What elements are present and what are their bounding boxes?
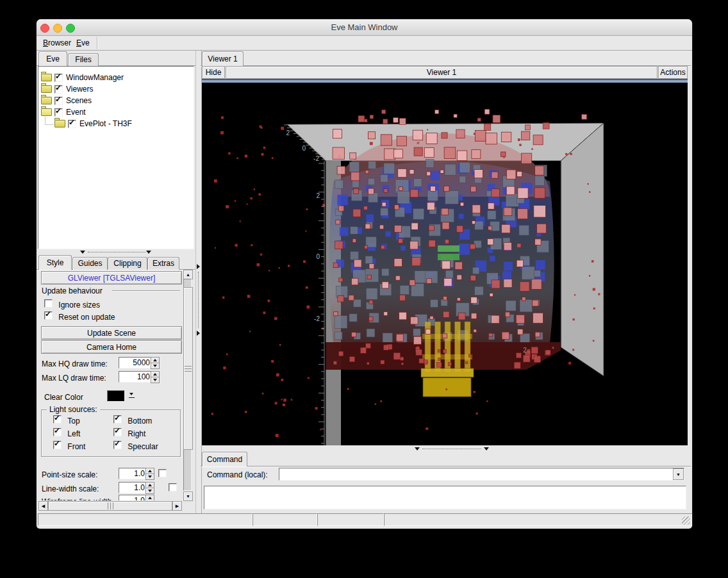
tree-item-event[interactable]: ✓ Event bbox=[38, 106, 194, 118]
line-width-label: Line-width scale: bbox=[42, 483, 99, 495]
tree-checkbox[interactable]: ✓ bbox=[54, 97, 63, 105]
left-horizontal-splitter[interactable] bbox=[38, 249, 195, 255]
status-segment bbox=[38, 513, 252, 526]
menu-eve[interactable]: Eve bbox=[72, 36, 94, 50]
group-line bbox=[112, 290, 180, 291]
light-right-checkbox[interactable]: ✓ bbox=[113, 428, 122, 436]
light-sources-group: Light sources: ✓ Top ✓ Bottom ✓ Left ✓ R… bbox=[41, 409, 181, 457]
tab-files[interactable]: Files bbox=[68, 53, 99, 66]
update-behaviour-title: Update behaviour bbox=[42, 285, 103, 297]
light-top-row: ✓ Top bbox=[53, 415, 80, 427]
svg-text:2: 2 bbox=[286, 129, 290, 136]
window-title: Eve Main Window bbox=[37, 19, 692, 35]
tab-clipping[interactable]: Clipping bbox=[108, 257, 147, 270]
point-size-label: Point-size scale: bbox=[42, 469, 97, 481]
max-hq-down-arrow[interactable] bbox=[151, 363, 160, 369]
clear-color-dropdown[interactable] bbox=[128, 390, 136, 402]
wireframe-up-arrow[interactable] bbox=[145, 495, 154, 500]
line-width-field[interactable]: 1.0 bbox=[119, 482, 147, 493]
max-lq-down-arrow[interactable] bbox=[151, 377, 160, 383]
line-width-checkbox[interactable]: ✓ bbox=[169, 483, 177, 491]
tab-eve[interactable]: Eve bbox=[38, 51, 67, 66]
status-segment bbox=[252, 513, 317, 526]
tree-item-scenes[interactable]: ✓ Scenes bbox=[38, 95, 194, 106]
point-size-down-arrow[interactable] bbox=[145, 474, 154, 480]
command-dropdown-arrow[interactable]: ▼ bbox=[673, 468, 684, 480]
tab-guides[interactable]: Guides bbox=[72, 257, 108, 270]
dropdown-arrow-icon bbox=[129, 393, 133, 395]
eve-main-window: Eve Main Window Browser Eve Eve Files ✓ … bbox=[37, 19, 692, 529]
folder-icon bbox=[41, 85, 52, 93]
tab-style[interactable]: Style bbox=[38, 255, 72, 270]
light-top-checkbox[interactable]: ✓ bbox=[53, 415, 62, 424]
tab-command[interactable]: Command bbox=[202, 452, 247, 467]
point-size-field[interactable]: 1.0 bbox=[119, 468, 147, 479]
reset-on-update-checkbox[interactable]: ✓ bbox=[44, 311, 53, 320]
splitter-dots bbox=[88, 252, 145, 252]
update-scene-button[interactable]: Update Scene bbox=[41, 326, 182, 340]
scroll-up-arrow[interactable]: ▲ bbox=[183, 270, 193, 279]
wireframe-field[interactable]: 1.0 bbox=[119, 495, 147, 500]
scroll-left-arrow[interactable]: ◀ bbox=[38, 501, 48, 511]
tree-item-viewers[interactable]: ✓ Viewers bbox=[38, 83, 194, 95]
svg-text:-2: -2 bbox=[314, 315, 320, 322]
light-bottom-checkbox[interactable]: ✓ bbox=[113, 415, 122, 424]
title-bar[interactable]: Eve Main Window bbox=[37, 19, 692, 36]
camera-home-button[interactable]: Camera Home bbox=[41, 340, 182, 354]
point-size-checkbox[interactable]: ✓ bbox=[158, 469, 167, 477]
dock-vertical-splitter[interactable] bbox=[195, 51, 202, 513]
tree-checkbox[interactable]: ✓ bbox=[54, 108, 63, 117]
style-vertical-scrollbar[interactable]: ▲ ▼ bbox=[183, 270, 193, 500]
light-bottom-row: ✓ Bottom bbox=[113, 415, 152, 427]
hide-button[interactable]: Hide bbox=[202, 66, 225, 79]
tree-checkbox[interactable]: ✓ bbox=[54, 85, 63, 94]
clear-color-swatch[interactable] bbox=[107, 390, 125, 402]
style-horizontal-scrollbar[interactable]: ◀ ▶ bbox=[38, 501, 181, 511]
command-horizontal-splitter[interactable] bbox=[202, 446, 688, 452]
menu-browser[interactable]: Browser bbox=[39, 36, 75, 50]
svg-text:-2: -2 bbox=[313, 155, 319, 162]
tree-item-eveplot-th3f[interactable]: ✓ EvePlot - TH3F bbox=[38, 118, 194, 129]
status-bar bbox=[37, 513, 692, 529]
light-left-checkbox[interactable]: ✓ bbox=[53, 428, 62, 436]
splitter-dots bbox=[422, 449, 481, 449]
svg-text:0: 0 bbox=[302, 145, 306, 152]
scroll-thumb[interactable] bbox=[48, 501, 172, 511]
command-local-label: Command (local): bbox=[207, 469, 268, 481]
scroll-thumb[interactable] bbox=[183, 287, 193, 450]
svg-text:2: 2 bbox=[523, 347, 527, 354]
line-width-down-arrow[interactable] bbox=[145, 488, 154, 494]
scroll-down-arrow[interactable]: ▼ bbox=[183, 491, 193, 501]
light-right-row: ✓ Right bbox=[113, 428, 145, 440]
wireframe-label: Wireframe line-width bbox=[42, 496, 112, 500]
window-resize-grip[interactable] bbox=[682, 516, 690, 525]
light-specular-row: ✓ Specular bbox=[113, 441, 158, 452]
tab-viewer-1[interactable]: Viewer 1 bbox=[202, 51, 244, 66]
light-front-checkbox[interactable]: ✓ bbox=[53, 441, 62, 449]
tab-extras[interactable]: Extras bbox=[147, 257, 179, 270]
glviewer-button[interactable]: GLViewer [TGLSAViewer] bbox=[41, 271, 182, 285]
splitter-chevron-icon bbox=[197, 264, 200, 269]
viewer-header-bar: Hide Viewer 1 Actions bbox=[202, 66, 688, 79]
th3f-scene: 20-220-22 bbox=[202, 79, 688, 445]
actions-button[interactable]: Actions bbox=[658, 66, 688, 79]
ignore-sizes-checkbox[interactable]: ✓ bbox=[44, 299, 53, 308]
light-specular-checkbox[interactable]: ✓ bbox=[113, 441, 122, 449]
svg-text:2: 2 bbox=[316, 192, 320, 199]
style-panel: GLViewer [TGLSAViewer] Update behaviour … bbox=[38, 270, 183, 500]
tree-checkbox[interactable]: ✓ bbox=[54, 74, 63, 82]
status-segment bbox=[384, 513, 692, 526]
status-segment bbox=[317, 513, 384, 526]
scroll-right-arrow[interactable]: ▶ bbox=[172, 501, 182, 511]
splitter-chevron-icon bbox=[197, 331, 200, 336]
command-input[interactable] bbox=[280, 469, 674, 479]
clear-color-label: Clear Color bbox=[44, 392, 83, 403]
tree-checkbox[interactable]: ✓ bbox=[68, 120, 76, 128]
tree-item-windowmanager[interactable]: ✓ WindowManager bbox=[38, 72, 194, 83]
command-combobox[interactable]: ▼ bbox=[279, 468, 684, 481]
max-lq-field[interactable]: 100 bbox=[119, 371, 153, 383]
gl-viewport[interactable]: 20-220-22 bbox=[202, 79, 688, 445]
max-hq-field[interactable]: 5000 bbox=[119, 357, 153, 368]
command-output-box[interactable] bbox=[204, 486, 686, 509]
ignore-sizes-row: ✓ Ignore sizes bbox=[44, 299, 100, 311]
